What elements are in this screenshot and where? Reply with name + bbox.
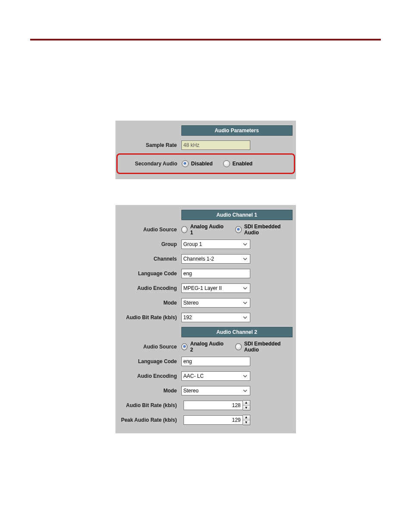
ch1-source-analog-text: Analog Audio 1 <box>190 224 225 236</box>
ch2-bitrate-down[interactable]: ▼ <box>243 406 250 411</box>
secondary-audio-enabled-radio[interactable] <box>223 160 230 167</box>
ch2-peakrate-stepper[interactable]: ▲ ▼ <box>243 415 250 425</box>
ch2-peakrate-up[interactable]: ▲ <box>243 415 250 420</box>
ch2-encoding-select[interactable] <box>181 371 250 381</box>
audio-parameters-header: Audio Parameters <box>181 125 293 136</box>
audio-channel-1-header: Audio Channel 1 <box>181 210 293 220</box>
ch2-bitrate-input[interactable] <box>184 401 243 410</box>
secondary-audio-label: Secondary Audio <box>119 161 182 167</box>
ch2-language-label: Language Code <box>119 358 181 364</box>
ch2-bitrate-up[interactable]: ▲ <box>243 401 250 406</box>
ch1-language-label: Language Code <box>119 271 181 277</box>
secondary-audio-highlight: Secondary Audio Disabled Enabled <box>116 153 295 174</box>
ch1-mode-select[interactable] <box>181 298 250 308</box>
ch2-mode-label: Mode <box>119 388 181 394</box>
ch2-audio-source-label: Audio Source <box>119 344 181 350</box>
ch2-source-sdi-radio[interactable] <box>235 343 242 350</box>
ch2-source-sdi-text: SDI Embedded Audio <box>244 341 293 353</box>
ch1-source-sdi-text: SDI Embedded Audio <box>244 224 293 236</box>
ch1-source-analog-radio[interactable] <box>181 226 188 233</box>
audio-parameters-panel: Audio Parameters Sample Rate Secondary A… <box>115 121 296 179</box>
ch1-channels-select[interactable] <box>181 254 250 264</box>
ch1-encoding-select[interactable] <box>181 283 250 293</box>
ch2-peakrate-label: Peak Audio Rate (kb/s) <box>119 417 181 423</box>
ch1-audio-source-label: Audio Source <box>119 227 181 233</box>
ch1-group-select[interactable] <box>181 240 250 249</box>
secondary-audio-disabled-radio[interactable] <box>182 160 189 167</box>
ch1-bitrate-select[interactable] <box>181 313 250 322</box>
secondary-audio-enabled-text: Enabled <box>233 161 253 167</box>
ch1-language-input[interactable] <box>181 269 250 278</box>
audio-channels-panel: Audio Channel 1 Audio Source Analog Audi… <box>115 205 296 433</box>
ch1-bitrate-label: Audio Bit Rate (kb/s) <box>119 314 181 320</box>
ch2-source-analog-text: Analog Audio 2 <box>190 341 225 353</box>
sample-rate-label: Sample Rate <box>119 142 181 148</box>
ch1-mode-label: Mode <box>119 300 181 306</box>
ch2-bitrate-label: Audio Bit Rate (kb/s) <box>119 402 181 408</box>
ch1-group-label: Group <box>119 241 181 247</box>
ch1-channels-label: Channels <box>119 256 181 262</box>
ch1-encoding-label: Audio Encoding <box>119 285 181 291</box>
audio-channel-2-header: Audio Channel 2 <box>181 327 293 337</box>
sample-rate-field <box>181 140 250 150</box>
ch2-source-analog-radio[interactable] <box>181 343 188 350</box>
secondary-audio-disabled-text: Disabled <box>191 161 213 167</box>
ch2-mode-select[interactable] <box>181 386 250 395</box>
ch2-language-input[interactable] <box>181 357 250 366</box>
ch2-bitrate-stepper[interactable]: ▲ ▼ <box>243 400 250 411</box>
ch2-encoding-label: Audio Encoding <box>119 373 181 379</box>
ch2-peakrate-down[interactable]: ▼ <box>243 420 250 425</box>
ch2-peakrate-input[interactable] <box>184 415 243 425</box>
ch1-source-sdi-radio[interactable] <box>235 226 242 233</box>
